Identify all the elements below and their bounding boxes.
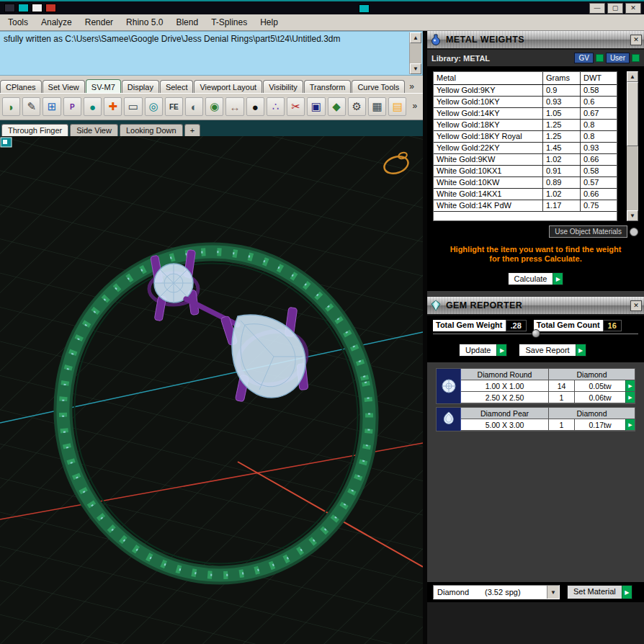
material-dropdown[interactable]: Diamond (3.52 spg) ▼ xyxy=(433,585,560,599)
save-icon[interactable]: ▣ xyxy=(307,97,325,116)
gem-row-arrow-icon[interactable]: ▶ xyxy=(625,392,635,403)
dropdown-arrow-icon[interactable]: ▼ xyxy=(547,586,559,599)
tab-visibility[interactable]: Visibility xyxy=(263,80,303,93)
gear-icon[interactable]: ⚙ xyxy=(348,97,366,116)
pan-icon[interactable]: ↔ xyxy=(225,97,243,116)
snap-grid-icon[interactable]: ⊞ xyxy=(43,97,61,116)
gem-reporter-header[interactable]: GEM REPORTER ✕ xyxy=(427,297,644,316)
close-button[interactable]: ✕ xyxy=(625,3,641,14)
scroll-up-icon[interactable]: ▲ xyxy=(627,71,638,82)
metal-table-row[interactable]: White Gold:14K PdW1.170.75 xyxy=(434,200,617,212)
gv-indicator-icon[interactable] xyxy=(596,54,604,62)
viewport-3d[interactable] xyxy=(0,136,423,644)
tab-curve-tools[interactable]: Curve Tools xyxy=(352,80,405,93)
layers-icon[interactable]: ▤ xyxy=(388,97,406,116)
scrollbar-track[interactable] xyxy=(410,43,421,63)
gem-row[interactable]: 2.50 X 2.50 1 0.06tw ▶ xyxy=(461,392,635,403)
viewport-corner-icon[interactable] xyxy=(1,138,12,147)
set-material-button[interactable]: Set Material ▶ xyxy=(567,585,632,599)
tab-viewport-layout[interactable]: Viewport Layout xyxy=(194,80,262,93)
menu-item-analyze[interactable]: Analyze xyxy=(35,15,79,30)
brush-icon[interactable]: ◗ xyxy=(2,97,20,116)
taskbar-tile[interactable] xyxy=(18,4,29,12)
orbit-icon[interactable]: ◉ xyxy=(205,97,223,116)
divider-knob-icon[interactable] xyxy=(532,329,540,338)
metal-table-row-clipped[interactable] xyxy=(434,212,617,216)
menu-item-blend[interactable]: Blend xyxy=(169,15,205,30)
cut-icon[interactable]: ✂ xyxy=(287,97,305,116)
command-history[interactable]: sfully written as C:\Users\Samee\Google … xyxy=(0,31,423,76)
metal-table-row[interactable]: White Gold:9KW1.020.66 xyxy=(434,154,617,166)
gem-group-round[interactable]: Diamond Round Diamond 1.00 X 1.00 14 0.0… xyxy=(436,368,635,404)
calculate-button[interactable]: Calculate ▶ xyxy=(508,272,564,285)
metal-table-row[interactable]: Yellow Gold:9KY0.90.58 xyxy=(434,85,617,97)
polysurface-icon[interactable]: ◆ xyxy=(328,97,346,116)
layout-icon[interactable]: ▦ xyxy=(368,97,386,116)
viewport-canvas[interactable] xyxy=(0,136,423,644)
rotate-view-icon[interactable]: ◎ xyxy=(145,97,163,116)
gem-row-arrow-icon[interactable]: ▶ xyxy=(625,380,635,392)
point-cloud-icon[interactable]: ∴ xyxy=(267,97,285,116)
taskbar-tile[interactable] xyxy=(4,4,15,12)
menu-item-tools[interactable]: Tools xyxy=(1,15,35,30)
metal-table-row[interactable]: Yellow Gold:14KY1.050.67 xyxy=(434,108,617,120)
scroll-up-icon[interactable]: ▲ xyxy=(410,32,421,43)
tab-select[interactable]: Select xyxy=(160,80,194,93)
gem-row-arrow-icon[interactable]: ▶ xyxy=(625,419,635,431)
metal-table-row[interactable]: White Gold:10KW0.890.57 xyxy=(434,177,617,189)
viewport-tab-side-view[interactable]: Side View xyxy=(70,124,118,136)
tab-transform[interactable]: Transform xyxy=(304,80,352,93)
metal-table-row[interactable]: Yellow Gold:10KY0.930.6 xyxy=(434,97,617,108)
command-scrollbar[interactable]: ▲ ▼ xyxy=(409,32,421,74)
taskbar-tile[interactable] xyxy=(32,4,43,12)
metal-weights-close-icon[interactable]: ✕ xyxy=(630,35,642,45)
user-button[interactable]: User xyxy=(606,53,630,63)
metal-table-scrollbar[interactable]: ▲ ▼ xyxy=(627,71,638,221)
taskbar-tile[interactable] xyxy=(45,4,56,12)
update-button[interactable]: Update ▶ xyxy=(459,344,507,357)
metal-table-row[interactable]: Yellow Gold:18KY1.250.8 xyxy=(434,120,617,131)
gv-button[interactable]: GV xyxy=(574,53,593,63)
tab-sv-m7[interactable]: SV-M7 xyxy=(86,79,121,93)
viewport-tab-through-finger[interactable]: Through Finger xyxy=(1,124,68,136)
gumball-icon[interactable]: ✚ xyxy=(104,97,122,116)
taskbar-tile[interactable] xyxy=(359,4,370,13)
tab-set-view[interactable]: Set View xyxy=(43,80,85,93)
menu-item-tsplines[interactable]: T-Splines xyxy=(205,15,254,30)
menu-item-rhino[interactable]: Rhino 5.0 xyxy=(120,15,169,30)
control-points-icon[interactable]: P xyxy=(63,97,81,116)
gem-group-pear[interactable]: Diamond Pear Diamond 5.00 X 3.00 1 0.17t… xyxy=(436,407,635,431)
toolbar-overflow-chevron-icon[interactable]: » xyxy=(408,101,421,112)
gem-reporter-close-icon[interactable]: ✕ xyxy=(630,300,642,311)
gem-row[interactable]: 1.00 X 1.00 14 0.05tw ▶ xyxy=(461,380,635,392)
scrollbar-thumb[interactable] xyxy=(627,82,638,146)
viewport-tab-looking-down[interactable]: Looking Down xyxy=(120,124,183,136)
fe-edit-icon[interactable]: FE xyxy=(165,97,183,116)
save-report-button[interactable]: Save Report ▶ xyxy=(519,344,586,357)
metal-table-row[interactable]: Yellow Gold:18KY Royal1.250.8 xyxy=(434,131,617,143)
gem-row[interactable]: 5.00 X 3.00 1 0.17tw ▶ xyxy=(461,419,635,431)
menu-item-help[interactable]: Help xyxy=(254,15,285,30)
sphere-icon[interactable]: ● xyxy=(84,97,102,116)
round-gem[interactable] xyxy=(154,264,193,303)
tab-overflow-chevron-icon[interactable]: » xyxy=(406,81,418,93)
use-object-materials-button[interactable]: Use Object Materials xyxy=(549,225,627,238)
metal-table[interactable]: Metal Grams DWT Yellow Gold:9KY0.90.58 Y… xyxy=(433,71,617,221)
viewport-tab-add-icon[interactable]: + xyxy=(184,124,200,136)
use-object-materials-icon[interactable] xyxy=(630,228,638,236)
tab-display[interactable]: Display xyxy=(122,80,159,93)
metal-table-row[interactable]: Yellow Gold:22KY1.450.93 xyxy=(434,143,617,154)
menu-item-render[interactable]: Render xyxy=(79,15,120,30)
render-sphere-icon[interactable]: ● xyxy=(246,97,264,116)
scroll-down-icon[interactable]: ▼ xyxy=(410,63,421,74)
user-indicator-icon[interactable] xyxy=(632,54,640,62)
tab-cplanes[interactable]: CPlanes xyxy=(0,80,42,93)
pencil-icon[interactable]: ✎ xyxy=(22,97,40,116)
metal-table-row[interactable]: White Gold:10KX10.910.58 xyxy=(434,166,617,177)
metal-weights-header[interactable]: METAL WEIGHTS ✕ xyxy=(427,31,644,50)
minimize-button[interactable]: — xyxy=(589,3,605,14)
scroll-down-icon[interactable]: ▼ xyxy=(627,210,638,221)
maximize-button[interactable]: ▢ xyxy=(607,3,623,14)
metal-table-row[interactable]: White Gold:14KX11.020.66 xyxy=(434,189,617,200)
scrollbar-track[interactable] xyxy=(627,82,638,210)
